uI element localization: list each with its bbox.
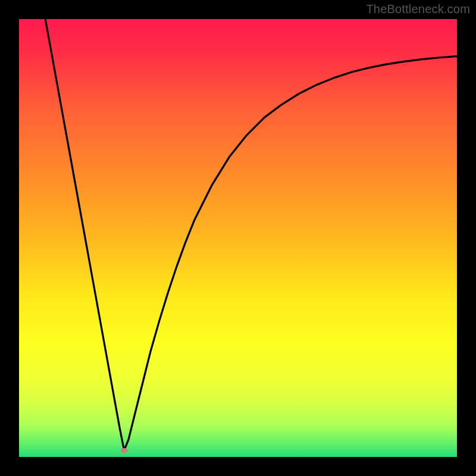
plot-area xyxy=(19,19,457,457)
chart-frame: TheBottleneck.com xyxy=(0,0,476,476)
watermark-text: TheBottleneck.com xyxy=(366,2,470,16)
minimum-marker xyxy=(121,448,128,453)
chart-svg xyxy=(19,19,457,457)
